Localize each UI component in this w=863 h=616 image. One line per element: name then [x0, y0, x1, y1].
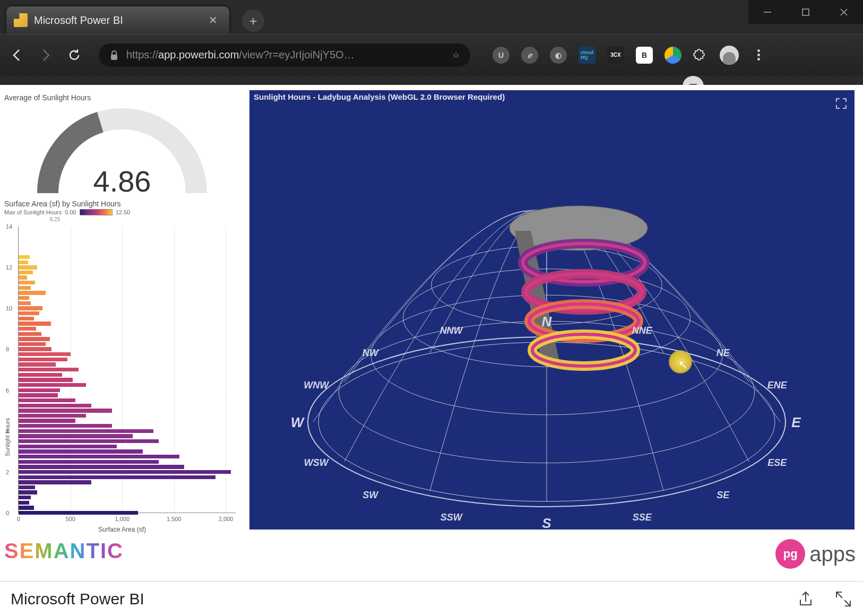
pg-badge-icon: pg: [775, 539, 805, 569]
extensions-menu-icon[interactable]: [693, 48, 708, 63]
bar-chart-title: Surface Area (sf) by Sunlight Hours: [0, 196, 244, 209]
address-bar[interactable]: https://app.powerbi.com/view?r=eyJrIjoiN…: [99, 44, 470, 67]
bar-segment[interactable]: [19, 383, 86, 387]
bar-segment[interactable]: [19, 281, 35, 284]
url-text: https://app.powerbi.com/view?r=eyJrIjoiN…: [126, 49, 355, 61]
google-drive-extension-icon[interactable]: [664, 47, 681, 64]
bar-segment[interactable]: [19, 255, 30, 259]
bar-segment[interactable]: [19, 342, 46, 346]
webgl-3d-visual[interactable]: Sunlight Hours - Ladybug Analysis (WebGL…: [249, 90, 855, 530]
svg-text:SSE: SSE: [633, 512, 652, 523]
svg-rect-4: [111, 55, 117, 60]
svg-text:ENE: ENE: [767, 380, 788, 391]
share-button[interactable]: [797, 590, 815, 608]
svg-text:NE: NE: [717, 348, 730, 358]
back-button[interactable]: [7, 46, 27, 65]
extension-icon[interactable]: U: [493, 47, 510, 64]
svg-text:S: S: [542, 515, 551, 528]
bar-segment[interactable]: [19, 393, 58, 397]
bar-segment[interactable]: [19, 296, 29, 300]
profile-avatar[interactable]: [720, 46, 739, 65]
bar-segment[interactable]: [19, 327, 36, 331]
bar-segment[interactable]: [19, 332, 41, 336]
semantic-logo: SEMANTIC: [4, 539, 124, 563]
bar-chart-visual[interactable]: Surface Area (sf) by Sunlight Hours Max …: [0, 196, 244, 531]
bar-segment[interactable]: [19, 337, 50, 341]
bar-segment[interactable]: [19, 352, 71, 356]
bar-segment[interactable]: [19, 306, 42, 310]
extension-icon[interactable]: cloudHQ: [579, 47, 596, 64]
tab-close-button[interactable]: ✕: [206, 12, 220, 29]
browser-tab[interactable]: Microsoft Power BI ✕: [6, 6, 229, 34]
bar-segment[interactable]: [19, 506, 34, 509]
bar-segment[interactable]: [19, 424, 112, 428]
bookmark-star-icon[interactable]: ☆: [452, 50, 460, 60]
extension-icon[interactable]: B: [636, 47, 653, 64]
bar-segment[interactable]: [19, 455, 179, 458]
extension-icon[interactable]: ◐: [550, 47, 567, 64]
legend-mid-value: 6.25: [50, 216, 244, 224]
bar-segment[interactable]: [19, 485, 35, 489]
bar-segment[interactable]: [19, 501, 29, 505]
bar-segment[interactable]: [19, 261, 28, 264]
viz3d-title: Sunlight Hours - Ladybug Analysis (WebGL…: [249, 90, 855, 103]
bar-segment[interactable]: [19, 434, 133, 438]
bar-segment[interactable]: [19, 480, 91, 484]
bar-segment[interactable]: [19, 378, 73, 381]
svg-text:NW: NW: [363, 348, 379, 358]
3d-scene[interactable]: NNNENEENEEESESESSESSSWSWWSWWWNWNWNNW: [249, 103, 855, 528]
gauge-title: Average of Sunlight Hours: [0, 90, 244, 103]
bar-segment[interactable]: [19, 445, 117, 448]
bar-chart-plot-area: 05001,0001,5002,00002468101214: [18, 227, 236, 513]
bar-segment[interactable]: [19, 496, 31, 499]
extension-icon[interactable]: 3CX: [607, 47, 624, 64]
svg-text:SW: SW: [363, 490, 379, 500]
svg-text:N: N: [542, 314, 553, 329]
bar-segment[interactable]: [19, 275, 27, 279]
bar-segment[interactable]: [19, 460, 159, 464]
bar-segment[interactable]: [19, 347, 51, 351]
pgapps-logo: pg apps: [775, 539, 856, 569]
bar-segment[interactable]: [19, 449, 143, 453]
bar-segment[interactable]: [19, 475, 215, 479]
bar-segment[interactable]: [19, 311, 39, 315]
bar-segment[interactable]: [19, 388, 60, 392]
svg-text:E: E: [791, 414, 801, 430]
extension-icon[interactable]: ℯ: [521, 47, 538, 64]
cursor-arrow-icon: ↖: [678, 358, 688, 372]
bar-segment[interactable]: [19, 398, 75, 402]
bar-segment[interactable]: [19, 439, 159, 443]
bar-segment[interactable]: [19, 271, 33, 274]
svg-text:NNE: NNE: [632, 325, 653, 336]
bar-segment[interactable]: [19, 511, 138, 515]
svg-text:SSW: SSW: [441, 512, 463, 523]
bar-segment[interactable]: [19, 404, 91, 407]
bar-segment[interactable]: [19, 465, 184, 468]
bar-segment[interactable]: [19, 358, 67, 361]
bar-segment[interactable]: [19, 409, 112, 412]
bar-segment[interactable]: [19, 490, 37, 494]
browser-menu-button[interactable]: [750, 49, 766, 60]
bar-segment[interactable]: [19, 429, 153, 433]
fullscreen-icon[interactable]: [835, 98, 847, 109]
bar-segment[interactable]: [19, 414, 86, 418]
fullscreen-button[interactable]: [834, 590, 852, 608]
bar-segment[interactable]: [19, 470, 231, 474]
x-axis-label: Surface Area (sf): [0, 526, 244, 533]
bar-segment[interactable]: [19, 265, 37, 269]
bar-segment[interactable]: [19, 362, 56, 366]
bar-segment[interactable]: [19, 322, 51, 325]
bar-segment[interactable]: [19, 317, 34, 320]
bar-segment[interactable]: [19, 373, 62, 377]
bar-segment[interactable]: [19, 291, 46, 294]
bar-segment[interactable]: [19, 419, 75, 422]
bar-segment[interactable]: [19, 286, 31, 290]
forward-button[interactable]: [36, 46, 55, 65]
gauge-visual[interactable]: Average of Sunlight Hours 4.86 0.00 12.0…: [0, 90, 244, 196]
new-tab-button[interactable]: ＋: [242, 10, 264, 32]
bar-segment[interactable]: [19, 301, 31, 305]
bar-segment[interactable]: [19, 368, 79, 371]
gradient-swatch-icon: [80, 209, 113, 215]
powerbi-favicon-icon: [14, 13, 28, 27]
reload-button[interactable]: [65, 46, 84, 65]
